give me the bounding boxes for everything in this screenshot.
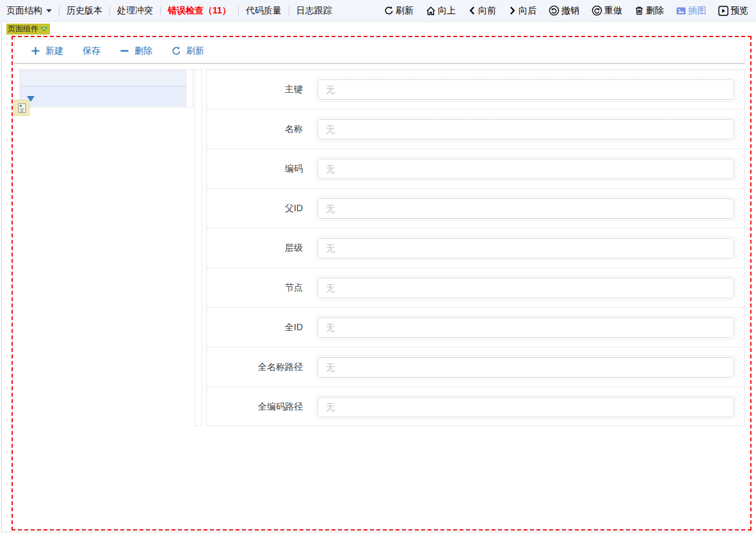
image-icon [676,6,686,16]
plus-icon [31,46,40,56]
tab-label: 错误检查（11） [168,5,231,17]
component-glyph-icon [16,102,28,114]
field-input-selection [316,315,736,340]
insert-image-button[interactable]: 插图 [676,5,706,17]
form-row: 全编码路径 [207,387,744,427]
designer-body: 主键名称编码父ID层级节点全ID全名称路径全编码路径 [13,68,750,426]
remove-button[interactable]: 删除 [120,45,152,57]
field-input-selection [316,355,736,379]
field-input-selection [316,196,736,221]
tree-widget-selection[interactable] [19,69,193,108]
field-input-selection [316,236,736,260]
refresh-icon [384,6,394,15]
refresh-button[interactable]: 刷新 [172,45,204,57]
undo-button[interactable]: 撤销 [549,5,579,17]
field-input[interactable] [318,317,734,338]
field-input[interactable] [318,119,734,140]
action-label: 撤销 [561,5,579,17]
action-label: 重做 [604,5,622,17]
preview-button[interactable]: 预览 [718,5,748,17]
tab-page-structure[interactable]: 页面结构 [6,5,59,17]
field-label: 主键 [207,84,303,95]
field-input-selection [316,276,736,300]
form-row: 主键 [207,70,744,109]
form-row: 名称 [207,109,744,149]
form-row: 编码 [207,149,744,189]
panel-gutter [195,69,202,426]
field-label: 名称 [207,124,303,135]
tab-label: 页面结构 [6,5,42,17]
trash-icon [634,6,644,15]
field-input-selection [316,77,736,102]
field-input[interactable] [318,159,734,179]
toolbar-button-label: 删除 [134,45,152,57]
field-label: 全名称路径 [207,362,303,373]
tab-label: 日志跟踪 [296,5,332,17]
component-icon[interactable] [13,100,29,116]
field-input[interactable] [318,238,734,259]
toolbar-button-label: 刷新 [186,45,204,57]
form-row: 层级 [207,228,744,268]
tree-grid[interactable] [20,70,186,106]
field-input-selection [316,395,736,419]
action-label: 预览 [730,5,748,17]
redo-button[interactable]: 重做 [591,5,622,17]
home-icon [426,6,436,16]
tab-bar: 页面结构历史版本处理冲突错误检查（11）代码质量日志跟踪 [6,0,339,21]
action-label: 向上 [438,5,456,17]
tab-resolve-conflicts[interactable]: 处理冲突 [110,5,160,17]
component-tag[interactable]: 页面组件 [6,24,50,35]
save-button[interactable]: 保存 [83,45,101,57]
chevron-right-icon [508,6,517,15]
field-label: 节点 [207,282,303,294]
field-input-selection [316,117,736,141]
field-input-selection [316,157,736,181]
refresh-icon [172,46,181,56]
form-row: 全名称路径 [207,347,744,387]
refresh-button[interactable]: 刷新 [384,5,414,17]
toolbar-button-label: 新建 [45,45,63,57]
chevron-left-icon [468,6,476,15]
field-label: 编码 [207,163,303,175]
tab-label: 代码质量 [246,5,282,17]
action-label: 删除 [646,5,664,17]
field-input[interactable] [318,79,734,100]
nav-backward-button[interactable]: 向后 [508,5,536,17]
green-caret-down-icon[interactable] [41,27,47,31]
property-form: 主键名称编码父ID层级节点全ID全名称路径全编码路径 [206,69,745,426]
tree-grid-header [21,71,186,86]
field-label: 父ID [207,203,303,214]
field-label: 全ID [207,322,303,333]
field-input[interactable] [318,198,734,219]
delete-button[interactable]: 删除 [634,5,664,17]
caret-down-icon [46,9,52,13]
new-button[interactable]: 新建 [31,45,63,57]
toolbar-button-label: 保存 [83,45,101,57]
tab-code-quality[interactable]: 代码质量 [239,5,289,17]
form-row: 节点 [207,268,744,308]
field-label: 全编码路径 [207,401,303,413]
top-toolbar: 页面结构历史版本处理冲突错误检查（11）代码质量日志跟踪 刷新向上向前向后撤销重… [0,0,756,22]
tab-log-trace[interactable]: 日志跟踪 [289,5,339,17]
tab-label: 历史版本 [67,5,102,17]
nav-up-button[interactable]: 向上 [426,5,456,17]
play-icon [718,6,728,16]
form-row: 父ID [207,189,744,228]
tab-error-check[interactable]: 错误检查（11） [161,5,238,17]
tree-grid-row[interactable] [21,86,186,106]
field-input[interactable] [318,357,734,378]
tab-history-versions[interactable]: 历史版本 [60,5,109,17]
field-label: 层级 [207,243,303,254]
tab-label: 处理冲突 [117,5,153,17]
minus-icon [120,46,129,56]
nav-forward-button[interactable]: 向前 [468,5,496,17]
redo-icon [591,5,602,16]
action-label: 向后 [519,5,536,17]
action-bar: 刷新向上向前向后撤销重做删除插图预览 [384,5,748,17]
designer-canvas: 新建保存删除刷新 主键名称编码父ID层级节点全ID全名称路径全编码路径 [12,36,752,531]
tree-panel [13,68,195,426]
field-input[interactable] [318,397,734,417]
undo-icon [549,5,559,16]
field-input[interactable] [318,278,734,298]
action-label: 刷新 [396,5,414,17]
